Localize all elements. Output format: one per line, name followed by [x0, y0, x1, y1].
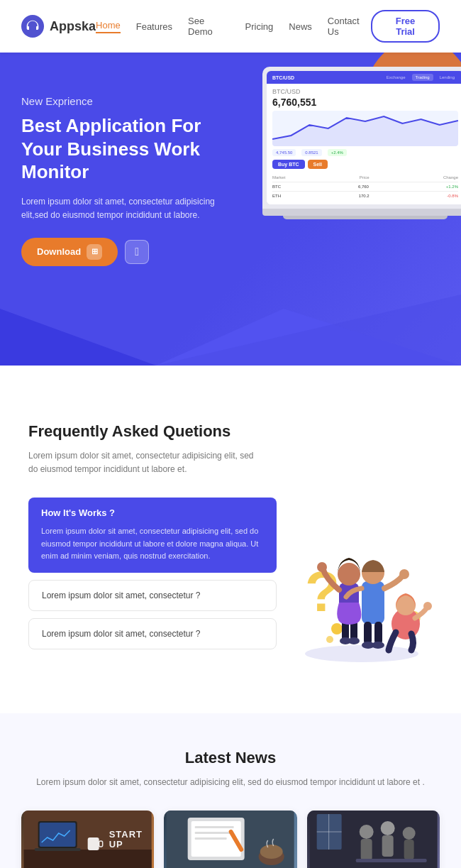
nav-seedemo[interactable]: See Demo [188, 16, 230, 37]
hero-description: Lorem ipsum dolor sit amet, consectetur … [21, 195, 241, 222]
table-row-3: ETH170.2-0.8% [272, 192, 458, 200]
nav-news[interactable]: News [289, 21, 312, 32]
spacer-1 [0, 366, 461, 387]
laptop-foot [283, 216, 448, 219]
news-svg-2 [307, 811, 440, 868]
faq-items-list: How It's Works ? Lorem ipsum dolor sit a… [28, 498, 277, 657]
hero-section: BTC/USD Exchange Trading Lending BTC/USD… [0, 53, 461, 366]
news-card-2: Dolor sit erat amet ipsum eaeir. Date : … [307, 811, 440, 868]
svg-rect-40 [195, 832, 230, 834]
svg-point-49 [359, 825, 373, 839]
laptop-base [262, 209, 461, 216]
hero-title: Best Application For Your Business Work … [21, 114, 241, 184]
screen-tab-exchange: Exchange [383, 74, 409, 81]
screen-title: BTC/USD [272, 75, 294, 80]
news-section: Latest News Lorem ipsum dolor sit amet, … [0, 713, 461, 868]
svg-point-51 [380, 821, 394, 835]
svg-rect-21 [374, 622, 382, 644]
table-row-2: BTC6,760+1.2% [272, 182, 458, 192]
faq-item-2-label: Lorem ipsum dolor sit amet, consectetur … [42, 629, 263, 639]
svg-rect-52 [382, 835, 393, 857]
svg-point-19 [399, 569, 409, 579]
stat-3: +2.4% [328, 149, 347, 156]
hero-laptop-mockup: BTC/USD Exchange Trading Lending BTC/USD… [262, 67, 461, 219]
nav-features[interactable]: Features [136, 21, 172, 32]
stat-1: 4,745.50 [272, 149, 296, 156]
logo-text: Appska [50, 19, 96, 34]
buy-btn: Buy BTC [272, 160, 305, 169]
screen-tab-trading: Trading [412, 74, 433, 81]
price-label: BTC/USD [272, 88, 458, 95]
svg-rect-28 [24, 850, 152, 868]
svg-rect-39 [195, 826, 234, 828]
nav-pricing[interactable]: Pricing [245, 21, 274, 32]
faq-item-1[interactable]: Lorem ipsum dolor sit amet, consectetur … [28, 580, 277, 611]
nav-home[interactable]: Home [96, 20, 121, 33]
news-img-bg-1 [164, 811, 296, 868]
svg-rect-41 [195, 837, 227, 840]
faq-item-0-label: How It's Works ? [41, 507, 264, 518]
screen-tab-lending: Lending [436, 74, 458, 81]
news-img-1 [164, 811, 296, 868]
svg-point-4 [305, 645, 418, 662]
svg-point-53 [402, 827, 415, 840]
free-trial-button[interactable]: Free Trial [371, 10, 440, 43]
download-label: Download [37, 246, 81, 257]
download-button[interactable]: Download ⊞ [21, 238, 118, 266]
svg-point-23 [372, 642, 384, 649]
svg-text:UP: UP [109, 839, 123, 850]
table-row-1: MarketPriceChange [272, 173, 458, 182]
logo-icon [21, 15, 44, 38]
faq-item-0-body: Lorem ipsum dolor sit amet, consectetur … [41, 525, 264, 563]
nav-contact[interactable]: Contact Us [328, 16, 371, 37]
news-img-bg-2 [307, 811, 440, 868]
logo[interactable]: Appska [21, 15, 96, 38]
headphones-icon [26, 19, 40, 33]
news-header: Latest News Lorem ipsum dolor sit amet, … [21, 749, 440, 789]
news-img-0: START UP [21, 811, 154, 868]
hero-content: New Exprience Best Application For Your … [21, 95, 241, 266]
svg-rect-32 [88, 837, 99, 850]
svg-rect-50 [360, 839, 372, 860]
svg-marker-3 [156, 295, 461, 366]
apple-icon:  [135, 246, 139, 258]
nav-links: Home Features See Demo Pricing News Cont… [96, 16, 371, 37]
svg-point-8 [326, 636, 333, 643]
faq-item-1-label: Lorem ipsum dolor sit amet, consectetur … [42, 590, 263, 600]
news-title: Latest News [21, 749, 440, 767]
news-svg-1 [164, 811, 296, 868]
news-card-1: Dolor sit erat amet ipsum eaeir. Date : … [164, 811, 296, 868]
price-value: 6,760,551 [272, 97, 458, 108]
svg-point-44 [260, 845, 283, 859]
faq-svg: ? ? [291, 498, 433, 668]
sell-btn: Sell [308, 160, 328, 169]
faq-item-2[interactable]: Lorem ipsum dolor sit amet, consectetur … [28, 618, 277, 649]
svg-point-12 [317, 562, 327, 572]
faq-section: Frequently Asked Quetions Lorem ipsum do… [0, 387, 461, 713]
faq-illustration: ? ? [291, 498, 433, 671]
svg-text:START: START [109, 829, 143, 840]
news-description: Lorem ipsum dolor sit amet, consectetur … [21, 776, 440, 789]
hero-subtitle: New Exprience [21, 95, 241, 107]
faq-layout: How It's Works ? Lorem ipsum dolor sit a… [28, 498, 433, 671]
hero-buttons: Download ⊞  [21, 238, 241, 266]
svg-point-26 [423, 602, 432, 610]
svg-rect-20 [364, 622, 372, 644]
news-img-bg-0: START UP [21, 811, 154, 868]
faq-item-0[interactable]: How It's Works ? Lorem ipsum dolor sit a… [28, 498, 277, 573]
svg-point-16 [348, 637, 360, 644]
navbar: Appska Home Features See Demo Pricing Ne… [0, 0, 461, 53]
faq-description: Lorem ipsum dolor sit amet, consectetur … [28, 449, 255, 476]
svg-point-11 [338, 563, 360, 586]
news-grid: START UP Dolor sit erat amet ipsum eaeir… [21, 811, 440, 868]
hero-triangle-divider [0, 295, 461, 366]
news-img-2 [307, 811, 440, 868]
svg-rect-55 [355, 859, 426, 862]
svg-point-7 [331, 623, 343, 634]
startup-svg: START UP [21, 811, 154, 868]
svg-rect-31 [35, 848, 81, 851]
news-card-0: START UP Dolor sit erat amet ipsum eaeir… [21, 811, 154, 868]
svg-rect-17 [362, 581, 384, 624]
svg-rect-54 [404, 840, 413, 859]
apple-button[interactable]:  [125, 240, 149, 264]
